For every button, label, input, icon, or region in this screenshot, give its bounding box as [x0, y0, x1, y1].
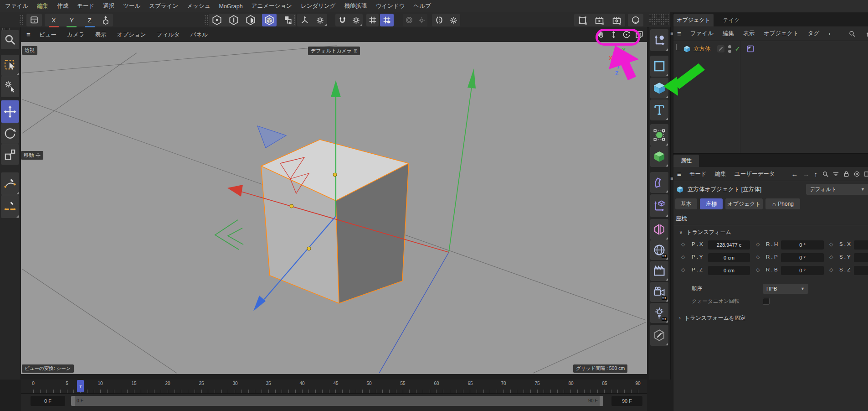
viewport-menu-view[interactable]: ビュー: [39, 31, 56, 39]
om-menu-overflow[interactable]: ›: [828, 31, 830, 37]
scale-tool-icon[interactable]: [1, 144, 19, 165]
toolbar-grip[interactable]: [293, 15, 296, 25]
move-tool-icon[interactable]: [1, 100, 19, 123]
preset-dropdown[interactable]: デフォルト▼: [806, 184, 868, 195]
am-tab-phong[interactable]: ∩Phong: [765, 198, 800, 209]
snap-settings-gear-icon[interactable]: [352, 16, 360, 24]
spline-pen-icon[interactable]: [1, 172, 19, 195]
menu-help[interactable]: ヘルプ: [414, 2, 431, 10]
menu-create[interactable]: 作成: [57, 2, 68, 10]
menu-window[interactable]: ウインドウ: [376, 2, 405, 10]
points-mode-icon[interactable]: [211, 15, 222, 26]
am-hamburger-icon[interactable]: ≡: [677, 171, 681, 177]
om-search-icon[interactable]: [848, 30, 856, 37]
am-tab-basic[interactable]: 基本: [675, 198, 697, 209]
coordinate-system-icon[interactable]: [101, 15, 111, 25]
dynamic-guides-icon[interactable]: [405, 16, 413, 24]
symmetry-generator-icon[interactable]: [650, 219, 668, 240]
render-settings-icon[interactable]: [612, 16, 621, 25]
x-lock-button[interactable]: X: [47, 16, 61, 24]
cube-primitive-icon[interactable]: [650, 78, 668, 99]
menu-spline[interactable]: スプライン: [149, 2, 178, 10]
material-sphere-icon[interactable]: [628, 14, 643, 26]
layer-toggle-icon[interactable]: [717, 45, 724, 52]
target-icon[interactable]: [853, 171, 860, 177]
menu-extensions[interactable]: 機能拡張: [344, 2, 367, 10]
light-icon[interactable]: ST: [650, 303, 668, 323]
key-diamond-icon[interactable]: ◇: [829, 267, 833, 273]
up-arrow-icon[interactable]: ↑: [814, 170, 818, 178]
sy-field[interactable]: [854, 253, 868, 262]
forward-arrow-icon[interactable]: →: [803, 170, 810, 178]
pan-hand-icon[interactable]: [595, 30, 607, 40]
symmetry-icon[interactable]: [435, 16, 444, 25]
sz-field[interactable]: [854, 266, 868, 275]
om-menu-view[interactable]: 表示: [743, 30, 755, 37]
preview-range-slider[interactable]: 0 F 90 F: [71, 396, 603, 406]
render-view-icon[interactable]: [595, 16, 604, 25]
menu-select[interactable]: 選択: [103, 2, 114, 10]
camera-label[interactable]: デフォルトカメラ ⊞: [308, 47, 360, 55]
z-lock-button[interactable]: Z: [83, 16, 97, 24]
freeze-transform-toggle[interactable]: ›トランスフォームを固定: [679, 314, 745, 322]
render-region-icon[interactable]: [578, 16, 587, 25]
viewport-menu-filter[interactable]: フィルタ: [156, 31, 180, 39]
quantize-grid-icon[interactable]: [380, 14, 394, 26]
am-tab-attributes[interactable]: 属性: [673, 155, 699, 167]
am-menu-userdata[interactable]: ユーザーデータ: [734, 170, 775, 178]
am-filter-icon[interactable]: [832, 171, 839, 177]
om-menu-objects[interactable]: オブジェクト: [764, 30, 799, 37]
key-diamond-icon[interactable]: ◇: [681, 254, 685, 260]
viewport-menu-options[interactable]: オプション: [117, 31, 146, 39]
om-tab-takes[interactable]: テイク: [715, 14, 747, 26]
px-field[interactable]: 228.9477 c: [708, 240, 750, 250]
rh-field[interactable]: 0 °: [781, 240, 824, 250]
motext-icon[interactable]: [650, 99, 668, 120]
transform-group-toggle[interactable]: ∨トランスフォーム: [679, 229, 731, 236]
key-diamond-icon[interactable]: ◇: [681, 241, 685, 247]
py-field[interactable]: 0 cm: [708, 253, 750, 262]
toolbar-grip[interactable]: [19, 15, 24, 25]
instance-axis-icon[interactable]: [650, 194, 668, 217]
snap-magnet-icon[interactable]: [338, 16, 347, 25]
y-lock-button[interactable]: Y: [65, 16, 78, 24]
am-panel-icon[interactable]: [864, 171, 868, 177]
quaternion-checkbox[interactable]: [763, 298, 770, 305]
key-diamond-icon[interactable]: ◇: [829, 254, 833, 260]
tweak-tool-icon[interactable]: [1, 76, 19, 97]
polygons-mode-icon[interactable]: [245, 15, 256, 26]
range-end-field[interactable]: 90 F: [611, 396, 642, 406]
phong-tag-icon[interactable]: [747, 45, 754, 52]
stage-icon[interactable]: [650, 261, 668, 281]
pz-field[interactable]: 0 cm: [708, 266, 750, 275]
menu-mograph[interactable]: MoGraph: [219, 3, 243, 10]
viewport-hamburger-icon[interactable]: ≡: [26, 31, 31, 38]
camera-icon[interactable]: ST: [650, 282, 668, 302]
om-hamburger-icon[interactable]: ≡: [677, 30, 681, 37]
order-dropdown[interactable]: HPB▼: [763, 284, 808, 294]
key-diamond-icon[interactable]: ◇: [681, 267, 685, 273]
range-handle-left[interactable]: [71, 396, 75, 406]
edit-mesh-icon[interactable]: [650, 325, 668, 346]
am-menu-edit[interactable]: 編集: [715, 170, 726, 178]
key-diamond-icon[interactable]: ◇: [756, 267, 760, 273]
am-menu-mode[interactable]: モード: [689, 170, 707, 178]
om-menu-tags[interactable]: タグ: [808, 30, 820, 37]
find-tool-icon[interactable]: [1, 30, 19, 49]
enabled-check-icon[interactable]: ✓: [735, 45, 741, 53]
key-diamond-icon[interactable]: ◇: [756, 254, 760, 260]
viewport-canvas[interactable]: X Y Z: [21, 42, 647, 374]
key-diamond-icon[interactable]: ◇: [756, 241, 760, 247]
menu-mesh[interactable]: メッシュ: [187, 2, 210, 10]
am-search-icon[interactable]: [822, 171, 829, 177]
menu-animation[interactable]: アニメーション: [252, 2, 292, 10]
guides-settings-gear-icon[interactable]: [418, 17, 425, 24]
environment-globe-icon[interactable]: ST: [650, 240, 668, 260]
bend-deformer-icon[interactable]: [650, 172, 668, 193]
am-tab-coordinates[interactable]: 座標: [700, 198, 723, 209]
modeling-axis-settings-gear-icon[interactable]: [316, 16, 324, 24]
object-axis-mode-icon[interactable]: [282, 15, 293, 26]
workplane-grid-icon[interactable]: [366, 14, 379, 26]
camera-menu-icon[interactable]: ⊞: [354, 48, 357, 53]
rb-field[interactable]: 0 °: [781, 266, 824, 275]
